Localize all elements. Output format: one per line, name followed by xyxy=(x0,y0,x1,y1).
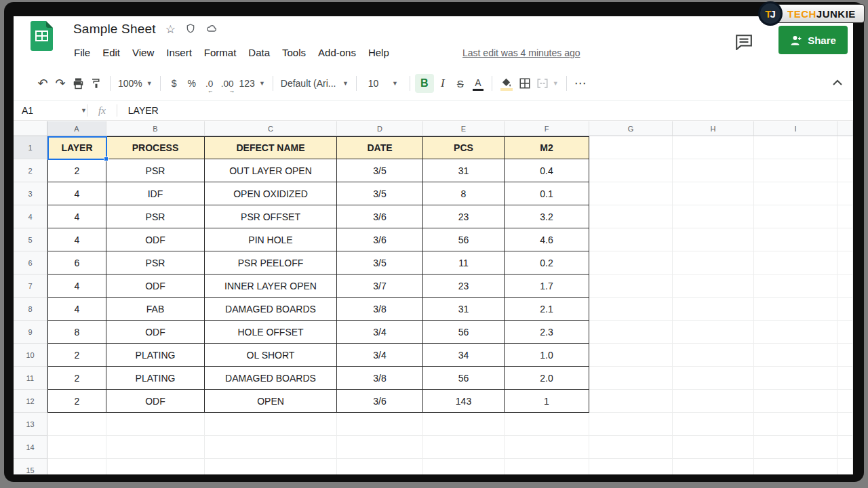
cell-B9[interactable]: ODF xyxy=(106,321,205,344)
collapse-toolbar-icon[interactable] xyxy=(829,73,846,91)
menu-file[interactable]: File xyxy=(68,45,96,60)
cell-A6[interactable]: 6 xyxy=(47,251,106,274)
cell-I12[interactable] xyxy=(754,390,837,413)
cell-G10[interactable] xyxy=(589,344,673,367)
cell-G11[interactable] xyxy=(589,367,673,390)
row-header-2[interactable]: 2 xyxy=(14,159,47,182)
italic-button[interactable]: I xyxy=(434,74,452,93)
cell-H4[interactable] xyxy=(673,205,754,228)
cell-A12[interactable]: 2 xyxy=(47,390,106,413)
cell-C5[interactable]: PIN HOLE xyxy=(205,228,337,251)
format-currency-button[interactable]: $ xyxy=(165,74,183,93)
cell-D1[interactable]: DATE xyxy=(337,136,423,159)
cell-A7[interactable]: 4 xyxy=(47,274,106,298)
undo-button[interactable]: ↶ xyxy=(34,74,52,93)
cell-B12[interactable]: ODF xyxy=(106,390,205,413)
cell-C8[interactable]: DAMAGED BOARDS xyxy=(205,298,337,321)
cell-C15[interactable] xyxy=(205,459,337,474)
cell-C3[interactable]: OPEN OXIDIZED xyxy=(205,182,337,205)
col-header-D[interactable]: D xyxy=(337,121,423,136)
cell-C1[interactable]: DEFECT NAME xyxy=(205,136,337,159)
cell-B5[interactable]: ODF xyxy=(106,228,205,251)
row-header-10[interactable]: 10 xyxy=(14,344,47,367)
cell-A14[interactable] xyxy=(47,436,106,459)
col-header-H[interactable]: H xyxy=(673,121,754,136)
cell-F11[interactable]: 2.0 xyxy=(505,367,589,390)
cell-B13[interactable] xyxy=(106,413,205,436)
cell-C6[interactable]: PSR PEELOFF xyxy=(205,251,337,274)
row-header-9[interactable]: 9 xyxy=(14,321,47,344)
cell-H3[interactable] xyxy=(673,182,754,205)
cell-F8[interactable]: 2.1 xyxy=(505,298,589,321)
cell-H8[interactable] xyxy=(673,298,754,321)
cell-D3[interactable]: 3/5 xyxy=(337,182,423,205)
cell-H6[interactable] xyxy=(673,251,754,274)
text-color-button[interactable]: A xyxy=(469,74,487,93)
cell-I11[interactable] xyxy=(754,367,837,390)
cell-D11[interactable]: 3/8 xyxy=(337,367,423,390)
cell-B11[interactable]: PLATING xyxy=(106,367,205,390)
cell-E7[interactable]: 23 xyxy=(423,274,505,298)
row-header-12[interactable]: 12 xyxy=(14,390,47,413)
cell-H1[interactable] xyxy=(673,136,754,159)
cell-D7[interactable]: 3/7 xyxy=(337,274,423,298)
row-header-3[interactable]: 3 xyxy=(14,182,47,205)
cell-E4[interactable]: 23 xyxy=(423,205,505,228)
cell-G13[interactable] xyxy=(589,413,673,436)
menu-data[interactable]: Data xyxy=(242,45,276,60)
cell-H14[interactable] xyxy=(673,436,754,459)
cell-I6[interactable] xyxy=(754,251,837,274)
borders-button[interactable] xyxy=(516,74,534,93)
cell-D6[interactable]: 3/5 xyxy=(337,251,423,274)
row-header-15[interactable]: 15 xyxy=(14,459,47,474)
cell-D10[interactable]: 3/4 xyxy=(337,344,423,367)
col-header-G[interactable]: G xyxy=(589,121,673,136)
cell-B15[interactable] xyxy=(106,459,205,474)
row-header-4[interactable]: 4 xyxy=(14,205,47,228)
zoom-select[interactable]: 100%▼ xyxy=(115,74,155,93)
font-select[interactable]: Default (Ari...▼ xyxy=(278,74,351,93)
cell-D8[interactable]: 3/8 xyxy=(337,298,423,321)
cell-A11[interactable]: 2 xyxy=(47,367,106,390)
cell-F15[interactable] xyxy=(505,459,589,474)
cell-I13[interactable] xyxy=(754,413,837,436)
cell-G2[interactable] xyxy=(589,159,673,182)
cell-E12[interactable]: 143 xyxy=(423,390,505,413)
cell-I14[interactable] xyxy=(754,436,837,459)
cell-C2[interactable]: OUT LAYER OPEN xyxy=(205,159,337,182)
cell-I15[interactable] xyxy=(754,459,837,474)
cell-C11[interactable]: DAMAGED BOARDS xyxy=(205,367,337,390)
merge-cells-button[interactable]: ▼ xyxy=(534,74,561,93)
menu-help[interactable]: Help xyxy=(362,45,395,60)
menu-addons[interactable]: Add-ons xyxy=(312,45,362,60)
cell-I4[interactable] xyxy=(754,205,837,228)
col-header-E[interactable]: E xyxy=(423,121,505,136)
menu-insert[interactable]: Insert xyxy=(160,45,198,60)
select-all-corner[interactable] xyxy=(14,121,47,136)
cell-D14[interactable] xyxy=(337,436,423,459)
cell-G9[interactable] xyxy=(589,321,673,344)
row-header-5[interactable]: 5 xyxy=(14,228,47,251)
cell-I1[interactable] xyxy=(754,136,837,159)
cell-H2[interactable] xyxy=(673,159,754,182)
cell-G6[interactable] xyxy=(589,251,673,274)
cell-F2[interactable]: 0.4 xyxy=(505,159,589,182)
cell-F9[interactable]: 2.3 xyxy=(505,321,589,344)
menu-tools[interactable]: Tools xyxy=(276,45,312,60)
cell-I5[interactable] xyxy=(754,228,837,251)
cell-D2[interactable]: 3/5 xyxy=(337,159,423,182)
menu-edit[interactable]: Edit xyxy=(96,45,126,60)
cell-C13[interactable] xyxy=(205,413,337,436)
cell-G7[interactable] xyxy=(589,274,673,298)
fill-color-button[interactable] xyxy=(497,74,516,93)
document-title[interactable]: Sample Sheet xyxy=(73,22,156,37)
cell-C14[interactable] xyxy=(205,436,337,459)
cell-I2[interactable] xyxy=(754,159,837,182)
cell-C4[interactable]: PSR OFFSET xyxy=(205,205,337,228)
cell-A13[interactable] xyxy=(47,413,106,436)
cell-B14[interactable] xyxy=(106,436,205,459)
cell-A2[interactable]: 2 xyxy=(47,159,106,182)
cell-H13[interactable] xyxy=(673,413,754,436)
cell-H10[interactable] xyxy=(673,344,754,367)
cell-C9[interactable]: HOLE OFFSET xyxy=(205,321,337,344)
